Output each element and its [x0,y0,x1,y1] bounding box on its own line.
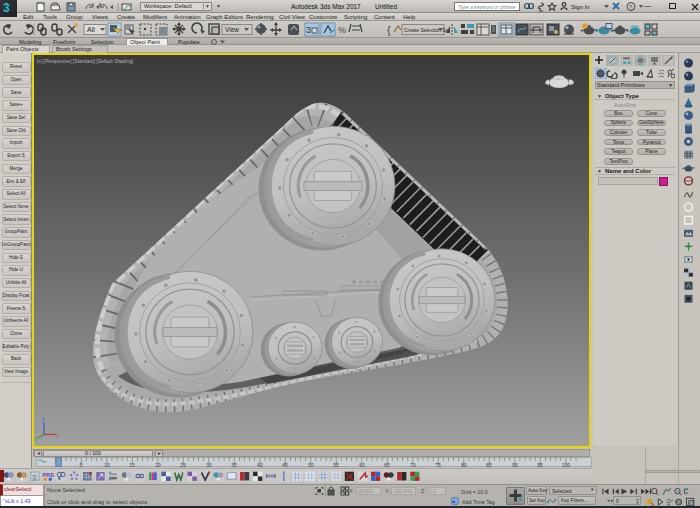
svg-text:20: 20 [155,463,161,468]
svg-text:%: % [338,25,346,35]
svg-text:Sign In: Sign In [571,4,590,10]
svg-text:55: 55 [333,463,339,468]
svg-text:45: 45 [282,463,288,468]
svg-text:90: 90 [512,463,518,468]
svg-text:75: 75 [435,463,441,468]
svg-text:PRS: PRS [43,472,55,478]
svg-text:?: ? [629,4,633,10]
svg-text:65: 65 [384,463,390,468]
svg-text:5: 5 [80,463,83,468]
svg-text:100: 100 [562,463,570,468]
svg-text:All: All [87,26,95,33]
svg-text:70: 70 [410,463,416,468]
svg-text:80: 80 [461,463,467,468]
svg-text:30: 30 [206,463,212,468]
svg-text:View: View [225,26,239,33]
svg-text:85: 85 [486,463,492,468]
svg-text:10: 10 [104,463,110,468]
svg-text:60: 60 [359,463,365,468]
svg-text:50: 50 [308,463,314,468]
svg-text:Create Selection Se: Create Selection Se [404,27,449,33]
svg-text:15: 15 [129,463,135,468]
svg-text:3: 3 [306,25,311,35]
svg-text:25: 25 [180,463,186,468]
svg-text:40: 40 [257,463,263,468]
svg-text:95: 95 [537,463,543,468]
svg-text:{: { [387,24,391,36]
svg-text:[+] [Perspective] [Standard] [: [+] [Perspective] [Standard] [Default Sh… [37,59,133,64]
svg-text:35: 35 [231,463,237,468]
